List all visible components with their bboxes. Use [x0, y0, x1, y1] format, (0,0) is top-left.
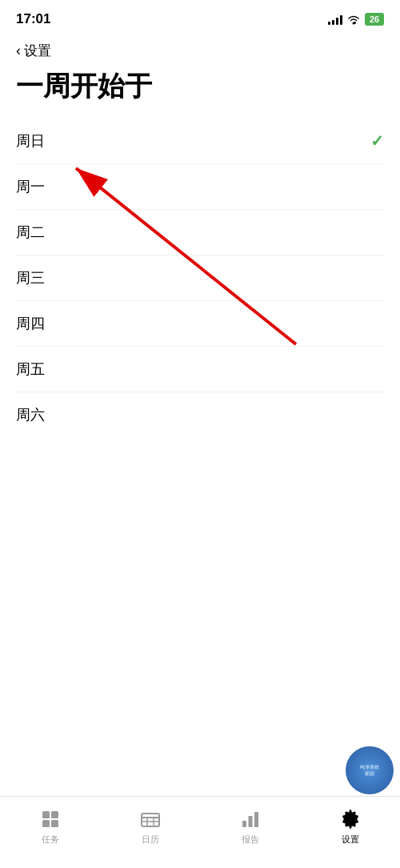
svg-rect-7 — [142, 814, 159, 826]
svg-point-0 — [353, 22, 355, 24]
status-icons: 26 — [328, 13, 384, 26]
day-label-tuesday: 周二 — [16, 223, 45, 242]
nav-bar[interactable]: ‹ 设置 — [0, 35, 400, 66]
back-label: 设置 — [24, 42, 51, 60]
day-item-monday[interactable]: 周一 — [16, 164, 384, 210]
tasks-icon — [39, 808, 62, 830]
reports-icon — [239, 808, 262, 830]
day-list: 周日✓周一周二周三周四周五周六 — [0, 119, 400, 437]
tab-item-settings[interactable]: 设置 — [300, 805, 400, 849]
status-time: 17:01 — [16, 11, 50, 27]
watermark: 纯净系统家园 — [346, 746, 394, 794]
day-label-saturday: 周六 — [16, 405, 45, 424]
back-arrow-icon: ‹ — [16, 42, 21, 59]
calendar-icon — [139, 808, 162, 830]
settings-icon — [339, 808, 362, 830]
tab-label-tasks: 任务 — [42, 834, 59, 846]
day-item-sunday[interactable]: 周日✓ — [16, 119, 384, 164]
tab-item-tasks[interactable]: 任务 — [0, 805, 100, 849]
day-label-monday: 周一 — [16, 177, 45, 196]
day-item-saturday[interactable]: 周六 — [16, 392, 384, 437]
back-button[interactable]: ‹ 设置 — [16, 42, 51, 60]
svg-rect-14 — [254, 812, 258, 827]
signal-icon — [328, 14, 342, 25]
day-item-thursday[interactable]: 周四 — [16, 301, 384, 347]
svg-rect-5 — [42, 820, 50, 827]
svg-rect-12 — [242, 821, 246, 827]
battery-icon: 26 — [365, 13, 384, 26]
tab-label-settings: 设置 — [342, 834, 359, 846]
day-label-friday: 周五 — [16, 360, 45, 379]
tab-bar: 任务 日历 报告 — [0, 796, 400, 868]
page-title: 一周开始于 — [16, 70, 384, 102]
svg-rect-3 — [42, 811, 50, 818]
day-item-wednesday[interactable]: 周三 — [16, 255, 384, 301]
tab-item-reports[interactable]: 报告 — [200, 805, 300, 849]
day-label-sunday: 周日 — [16, 131, 45, 151]
status-bar: 17:01 26 — [0, 0, 400, 35]
day-item-friday[interactable]: 周五 — [16, 347, 384, 392]
wifi-icon — [347, 14, 360, 25]
svg-rect-13 — [248, 816, 252, 827]
day-label-thursday: 周四 — [16, 314, 45, 333]
day-label-wednesday: 周三 — [16, 268, 45, 287]
tab-label-reports: 报告 — [242, 834, 259, 846]
day-item-tuesday[interactable]: 周二 — [16, 210, 384, 255]
selected-checkmark: ✓ — [370, 131, 384, 151]
page-title-section: 一周开始于 — [0, 66, 400, 119]
tab-item-calendar[interactable]: 日历 — [100, 805, 200, 849]
svg-rect-4 — [51, 811, 58, 818]
tab-label-calendar: 日历 — [142, 834, 159, 846]
svg-rect-6 — [51, 820, 58, 827]
watermark-text: 纯净系统家园 — [360, 764, 379, 778]
